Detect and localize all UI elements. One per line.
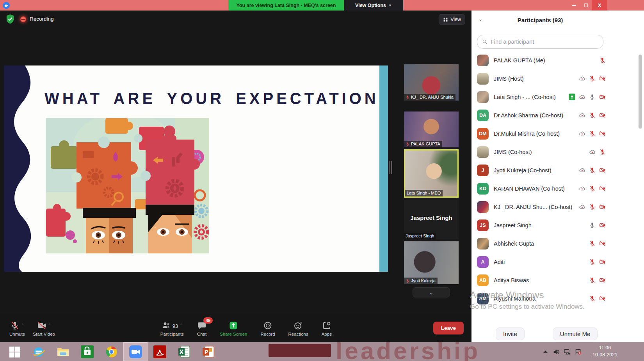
- file-explorer-icon[interactable]: [51, 342, 75, 361]
- participant-name: Aiyushi Malhotra: [494, 296, 535, 302]
- reactions-button[interactable]: Reactions: [285, 320, 312, 336]
- share-screen-button[interactable]: Share Screen: [216, 320, 251, 336]
- unmute-me-button[interactable]: Unmute Me: [553, 327, 598, 340]
- chevron-up-icon[interactable]: ⌃: [48, 323, 51, 330]
- participant-row[interactable]: JIMS (Co-host): [471, 143, 609, 161]
- panel-scrollbar[interactable]: [639, 55, 642, 129]
- avatar: JS: [477, 219, 489, 231]
- panel-resize-handle[interactable]: [390, 161, 393, 174]
- clock-date: 10-08-2021: [592, 351, 617, 358]
- participant-row[interactable]: DA Dr Ashok Sharma (Co-host): [471, 106, 609, 124]
- mic-off-icon: [599, 149, 606, 155]
- participant-name: Lata Singh - ... (Co-host): [494, 94, 556, 100]
- cloud-recording-icon: [589, 149, 596, 155]
- participant-name: PALAK GUPTA (Me): [494, 57, 545, 64]
- video-tile[interactable]: Jyoti Kukreja: [404, 241, 459, 284]
- chevron-up-icon[interactable]: ⌃: [180, 323, 183, 330]
- view-layout-button[interactable]: View: [439, 14, 465, 25]
- apps-button[interactable]: Apps: [318, 320, 336, 336]
- meeting-top-bar: Recording View: [0, 11, 471, 29]
- search-input[interactable]: [491, 39, 598, 45]
- participant-row[interactable]: DM Dr.Mukul Mishra (Co-host): [471, 124, 609, 143]
- avatar: [477, 146, 489, 158]
- avatar: A: [477, 256, 489, 268]
- video-tile[interactable]: KJ_ DR. ANJU Shukla: [404, 64, 459, 101]
- security-shield-icon[interactable]: [6, 14, 14, 24]
- view-options-button[interactable]: View Options▼: [344, 0, 403, 11]
- participant-row[interactable]: KJ_ DR. ANJU Shu... (Co-host): [471, 198, 609, 216]
- thumbnails-collapse-button[interactable]: ⌄: [413, 287, 450, 297]
- camera-off-icon: [599, 204, 606, 210]
- cloud-recording-icon: [579, 94, 585, 100]
- chevron-down-icon: ⌄: [429, 290, 434, 296]
- mic-off-icon: [589, 167, 596, 173]
- participant-row[interactable]: PALAK GUPTA (Me): [471, 51, 609, 69]
- participant-video-label: KJ_ DR. ANJU Shukla: [411, 95, 454, 99]
- participant-video-label: Jaspreet Singh: [406, 234, 434, 238]
- chevron-up-icon[interactable]: ⌃: [21, 323, 24, 330]
- video-tile-no-video[interactable]: Jaspreet Singh Jaspreet Singh: [404, 200, 459, 239]
- start-video-button[interactable]: ⌃ Start Video: [29, 320, 59, 336]
- background-window-text: leadership: [336, 342, 480, 361]
- mic-off-icon: [589, 75, 596, 82]
- video-tile-active-speaker[interactable]: Lata Singh - MEQ: [404, 149, 459, 198]
- chat-button[interactable]: 45 Chat: [193, 320, 210, 336]
- camera-off-icon: [599, 94, 606, 100]
- video-tile[interactable]: PALAK GUPTA: [404, 111, 459, 147]
- show-hidden-icons-button[interactable]: [542, 349, 549, 355]
- meeting-toolbar: ⌃ Unmute ⌃ Start Video 93⌃ Participants …: [0, 314, 471, 342]
- participant-row[interactable]: KD KARAN DHAWAN (Co-host): [471, 179, 609, 198]
- participant-row[interactable]: AB Aditya Biswas: [471, 271, 609, 289]
- zoom-taskbar-icon[interactable]: [123, 342, 148, 361]
- action-center-flag-icon[interactable]: [575, 349, 582, 355]
- maximize-button[interactable]: [580, 0, 592, 11]
- excel-icon[interactable]: [172, 342, 196, 361]
- start-button[interactable]: [2, 342, 27, 361]
- svg-text:P: P: [205, 349, 208, 355]
- taskbar-clock[interactable]: 11:06 10-08-2021: [592, 344, 617, 358]
- internet-explorer-icon[interactable]: [27, 342, 51, 361]
- collapse-panel-chevron-icon[interactable]: ⌄: [479, 16, 482, 22]
- participants-button[interactable]: 93⌃ Participants: [157, 320, 188, 336]
- participant-row[interactable]: JS Jaspreet Singh: [471, 216, 609, 234]
- participant-row[interactable]: Lata Singh - ... (Co-host): [471, 88, 609, 106]
- close-button[interactable]: X: [592, 0, 607, 11]
- avatar: AM: [477, 293, 489, 304]
- participant-row[interactable]: J Jyoti Kukreja (Co-host): [471, 161, 609, 179]
- leave-button[interactable]: Leave: [433, 322, 464, 334]
- minimize-button[interactable]: [568, 0, 580, 11]
- volume-icon[interactable]: [553, 349, 560, 355]
- mic-off-icon: [589, 295, 596, 302]
- invite-button[interactable]: Invite: [496, 327, 525, 340]
- powerpoint-icon[interactable]: P: [196, 342, 220, 361]
- slide-title: WHAT ARE YOUR EXPECTATIONS?: [44, 89, 349, 108]
- unmute-button[interactable]: ⌃ Unmute: [5, 320, 29, 336]
- camera-off-icon: [599, 167, 606, 173]
- store-icon[interactable]: [75, 342, 99, 361]
- participant-row[interactable]: Abhishek Gupta: [471, 234, 609, 253]
- network-display-icon[interactable]: [564, 349, 571, 355]
- chrome-icon[interactable]: [99, 342, 123, 361]
- camera-off-icon: [599, 258, 606, 265]
- avatar: [477, 91, 489, 103]
- apps-icon: [322, 321, 331, 330]
- participant-row[interactable]: AM Aiyushi Malhotra: [471, 289, 609, 308]
- record-button[interactable]: Record: [256, 320, 279, 336]
- window-title-bar: You are viewing Lata Singh - MEQ's scree…: [0, 0, 644, 11]
- participant-row[interactable]: JIMS (Host): [471, 69, 609, 88]
- participant-search-box[interactable]: [477, 35, 603, 49]
- window-controls: X: [568, 0, 607, 11]
- slide-right-teal-strip: [379, 65, 388, 272]
- mic-off-icon: [589, 204, 596, 210]
- mic-off-icon: [599, 57, 606, 64]
- screen-share-icon: [569, 94, 575, 100]
- avatar: [477, 238, 489, 250]
- participant-name: KJ_ DR. ANJU Shu... (Co-host): [494, 204, 572, 210]
- avatar: [477, 73, 489, 85]
- participant-row[interactable]: A Aditi: [471, 253, 609, 271]
- camera-off-icon: [599, 75, 606, 82]
- avatar: DA: [477, 110, 489, 121]
- mic-muted-icon: [10, 321, 20, 330]
- participant-name: JIMS (Host): [494, 76, 524, 82]
- acrobat-reader-icon[interactable]: [148, 342, 172, 361]
